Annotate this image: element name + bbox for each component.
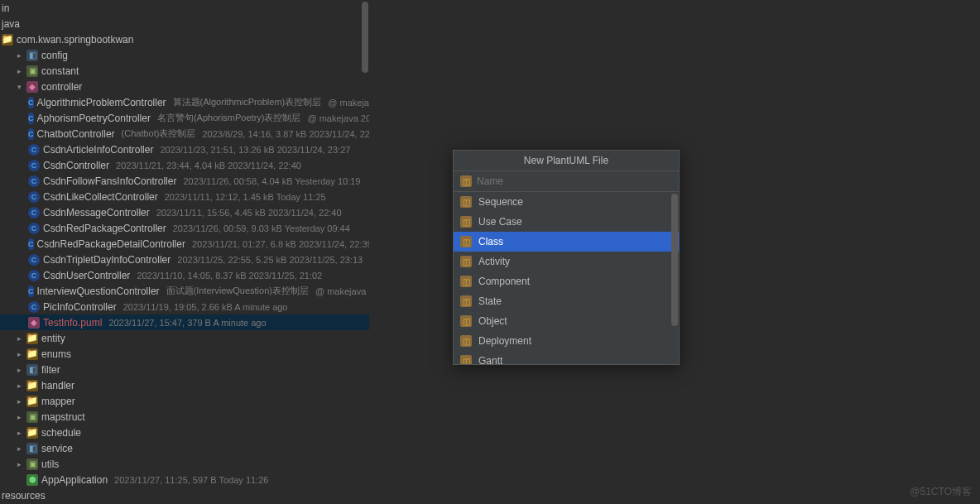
package-icon (26, 443, 38, 454)
class-icon (28, 270, 40, 281)
label: mapper (41, 396, 75, 407)
label: entity (41, 333, 65, 344)
file-meta: 2023/8/29, 14:16, 3.87 kB 2023/11/24, 22 (202, 129, 369, 139)
file-name: CsdnFollowFansInfoController (43, 175, 176, 187)
project-tree[interactable]: in java com.kwan.springbootkwan config c… (0, 0, 369, 504)
expand-icon[interactable] (15, 460, 23, 468)
label: resources (2, 490, 46, 502)
diagram-icon (460, 315, 472, 327)
file-name: AphorismPoetryController (37, 113, 151, 124)
diagram-icon (460, 295, 472, 307)
file-meta: 2023/11/21, 23:44, 4.04 kB 2023/11/24, 2… (116, 161, 301, 170)
tree-row[interactable]: CsdnTripletDayInfoController2023/11/25, … (0, 252, 369, 267)
tree-row[interactable]: PicInfoController2023/11/19, 19:05, 2.66… (0, 299, 369, 314)
tree-row[interactable]: CsdnMessageController2023/11/11, 15:56, … (0, 204, 369, 220)
expand-icon[interactable] (15, 67, 23, 75)
tree-row-controller[interactable]: controller (0, 79, 369, 94)
expand-icon[interactable] (15, 350, 23, 358)
file-name: AppApplication (41, 474, 108, 486)
type-option-sequence[interactable]: Sequence (454, 192, 679, 212)
tree-row[interactable]: CsdnUserController2023/11/10, 14:05, 8.3… (0, 267, 369, 283)
label: service (41, 443, 73, 454)
expand-icon[interactable] (15, 366, 23, 374)
diagram-icon (460, 236, 472, 247)
diagram-icon (460, 216, 472, 228)
file-meta: 2023/11/11, 15:56, 4.45 kB 2023/11/24, 2… (156, 208, 342, 218)
tree-row[interactable]: config (0, 47, 369, 63)
tree-row[interactable]: ChatbotController(Chatbot)表控制层2023/8/29,… (0, 126, 369, 142)
expand-icon[interactable] (15, 397, 23, 406)
package-icon (26, 348, 38, 360)
tree-scrollbar[interactable] (361, 0, 369, 504)
tree-row[interactable]: mapstruct (0, 409, 369, 425)
tree-row[interactable]: CsdnArticleInfoController2023/11/23, 21:… (0, 142, 369, 157)
tree-row[interactable]: java (0, 16, 369, 31)
label: in (2, 2, 9, 14)
expand-icon[interactable] (15, 334, 23, 343)
popup-title: New PlantUML File (454, 151, 679, 171)
expand-icon[interactable] (15, 51, 23, 60)
class-icon (28, 207, 40, 218)
class-icon (28, 223, 40, 234)
package-icon (26, 427, 38, 439)
tree-row[interactable]: filter (0, 362, 369, 377)
type-option-object[interactable]: Object (454, 311, 679, 331)
tree-row[interactable]: schedule (0, 425, 369, 440)
option-label: Class (478, 236, 503, 247)
diagram-icon (460, 355, 472, 364)
class-icon (28, 191, 40, 203)
expand-icon[interactable] (15, 382, 23, 390)
file-name: TestInfo.puml (43, 317, 102, 329)
new-plantuml-popup: New PlantUML File SequenceUse CaseClassA… (453, 150, 680, 365)
expand-icon[interactable] (15, 429, 23, 437)
class-icon (28, 128, 34, 140)
tree-row[interactable]: in (0, 0, 369, 16)
tree-row[interactable]: constant (0, 63, 369, 79)
diagram-icon (460, 256, 472, 267)
collapse-icon[interactable] (15, 83, 23, 91)
tree-row[interactable]: handler (0, 377, 369, 393)
tree-row[interactable]: AphorismPoetryController名言警句(AphorismPoe… (0, 110, 369, 126)
tree-row[interactable]: CsdnController2023/11/21, 23:44, 4.04 kB… (0, 157, 369, 173)
file-comment: 名言警句(AphorismPoetry)表控制层 (157, 112, 301, 124)
scroll-thumb[interactable] (362, 2, 368, 73)
tree-row[interactable]: service (0, 440, 369, 456)
type-option-state[interactable]: State (454, 291, 679, 311)
type-option-activity[interactable]: Activity (454, 252, 679, 271)
class-icon (28, 160, 40, 171)
tree-row[interactable]: InterviewQuestionController面试题(Interview… (0, 283, 369, 299)
class-icon (28, 144, 40, 156)
type-option-use-case[interactable]: Use Case (454, 212, 679, 232)
name-field-row (454, 171, 679, 192)
tree-row[interactable]: AlgorithmicProblemController算法题(Algorith… (0, 94, 369, 110)
tree-row[interactable]: com.kwan.springbootkwan (0, 31, 369, 47)
tree-row[interactable]: utils (0, 456, 369, 472)
scroll-thumb[interactable] (671, 194, 678, 326)
file-meta: @ makejava 20 (307, 113, 369, 123)
name-input[interactable] (477, 175, 672, 187)
expand-icon[interactable] (15, 413, 23, 421)
type-option-class[interactable]: Class (454, 232, 679, 252)
expand-icon[interactable] (15, 444, 23, 453)
tree-row[interactable]: CsdnLikeCollectController2023/11/11, 12:… (0, 189, 369, 204)
tree-row[interactable]: CsdnFollowFansInfoController2023/11/26, … (0, 173, 369, 189)
tree-row[interactable]: mapper (0, 393, 369, 409)
tree-row[interactable]: enums (0, 346, 369, 362)
tree-row[interactable]: resources (0, 487, 369, 503)
type-option-component[interactable]: Component (454, 271, 679, 291)
tree-row[interactable]: entity (0, 330, 369, 346)
class-icon (28, 113, 34, 124)
tree-row[interactable]: AppApplication2023/11/27, 11:25, 597 B T… (0, 472, 369, 487)
type-option-gantt[interactable]: Gantt (454, 351, 679, 364)
file-name: PicInfoController (43, 301, 117, 313)
label: config (41, 50, 68, 61)
class-icon (28, 97, 34, 108)
tree-row-selected[interactable]: TestInfo.puml2023/11/27, 15:47, 379 B A … (0, 314, 369, 330)
tree-row[interactable]: CsdnRedPackageController2023/11/26, 00:5… (0, 220, 369, 236)
tree-row[interactable]: CsdnRedPackageDetailController2023/11/21… (0, 236, 369, 252)
type-list[interactable]: SequenceUse CaseClassActivityComponentSt… (454, 192, 679, 364)
type-option-deployment[interactable]: Deployment (454, 331, 679, 351)
file-meta: 2023/11/26, 00:58, 4.04 kB Yesterday 10:… (183, 176, 360, 186)
popup-scrollbar[interactable] (670, 192, 679, 364)
label: filter (41, 364, 60, 376)
